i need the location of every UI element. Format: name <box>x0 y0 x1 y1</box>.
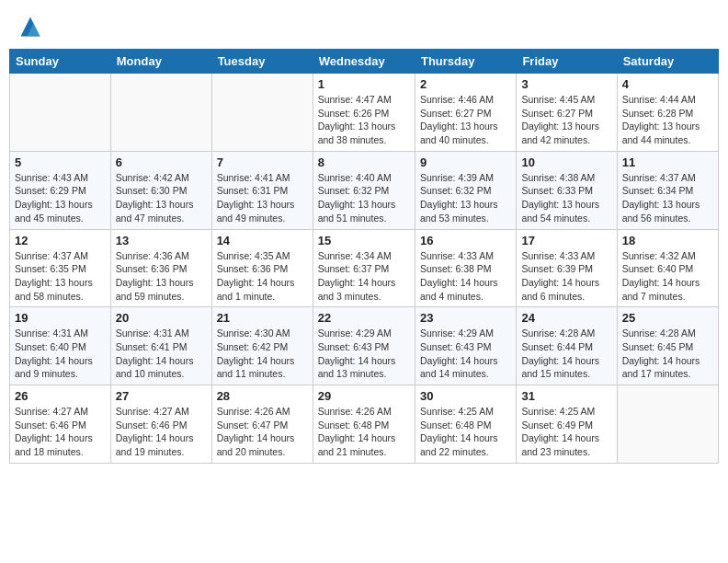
day-info: Sunrise: 4:41 AM Sunset: 6:31 PM Dayligh… <box>217 171 308 225</box>
page-header <box>9 9 719 40</box>
day-of-week-header: Tuesday <box>211 50 313 74</box>
day-info: Sunrise: 4:26 AM Sunset: 6:47 PM Dayligh… <box>217 405 308 459</box>
day-number: 5 <box>15 155 106 169</box>
day-of-week-header: Thursday <box>415 50 516 74</box>
calendar-day-cell: 6Sunrise: 4:42 AM Sunset: 6:30 PM Daylig… <box>110 151 211 229</box>
calendar-day-cell: 4Sunrise: 4:44 AM Sunset: 6:28 PM Daylig… <box>617 74 718 152</box>
day-info: Sunrise: 4:44 AM Sunset: 6:28 PM Dayligh… <box>622 93 713 147</box>
day-number: 19 <box>15 311 106 325</box>
day-info: Sunrise: 4:33 AM Sunset: 6:39 PM Dayligh… <box>521 249 611 304</box>
calendar-day-cell: 7Sunrise: 4:41 AM Sunset: 6:31 PM Daylig… <box>211 151 313 229</box>
calendar-day-cell: 28Sunrise: 4:26 AM Sunset: 6:47 PM Dayli… <box>211 385 313 464</box>
day-info: Sunrise: 4:25 AM Sunset: 6:48 PM Dayligh… <box>420 405 511 459</box>
day-info: Sunrise: 4:37 AM Sunset: 6:35 PM Dayligh… <box>15 249 106 304</box>
day-number: 14 <box>217 234 308 247</box>
day-number: 12 <box>15 234 106 247</box>
day-number: 24 <box>521 311 611 325</box>
calendar-day-cell: 27Sunrise: 4:27 AM Sunset: 6:46 PM Dayli… <box>110 385 211 464</box>
day-info: Sunrise: 4:28 AM Sunset: 6:44 PM Dayligh… <box>521 327 611 381</box>
day-number: 21 <box>217 311 308 325</box>
day-number: 26 <box>15 389 106 403</box>
calendar-day-cell: 10Sunrise: 4:38 AM Sunset: 6:33 PM Dayli… <box>517 151 617 229</box>
day-number: 27 <box>116 389 207 403</box>
calendar-day-cell: 16Sunrise: 4:33 AM Sunset: 6:38 PM Dayli… <box>415 229 516 307</box>
day-info: Sunrise: 4:34 AM Sunset: 6:37 PM Dayligh… <box>318 249 410 304</box>
day-info: Sunrise: 4:30 AM Sunset: 6:42 PM Dayligh… <box>217 327 308 381</box>
day-info: Sunrise: 4:27 AM Sunset: 6:46 PM Dayligh… <box>15 405 106 459</box>
day-number: 2 <box>420 77 511 91</box>
day-number: 11 <box>622 155 713 169</box>
calendar-week-row: 5Sunrise: 4:43 AM Sunset: 6:29 PM Daylig… <box>10 151 719 229</box>
day-info: Sunrise: 4:47 AM Sunset: 6:26 PM Dayligh… <box>318 93 410 147</box>
day-number: 9 <box>420 155 511 169</box>
day-info: Sunrise: 4:36 AM Sunset: 6:36 PM Dayligh… <box>116 249 207 304</box>
day-info: Sunrise: 4:29 AM Sunset: 6:43 PM Dayligh… <box>318 327 410 381</box>
day-info: Sunrise: 4:33 AM Sunset: 6:38 PM Dayligh… <box>420 249 511 304</box>
calendar-day-cell: 26Sunrise: 4:27 AM Sunset: 6:46 PM Dayli… <box>10 385 111 464</box>
day-number: 28 <box>217 389 308 403</box>
logo <box>14 14 43 40</box>
day-of-week-header: Friday <box>517 50 617 74</box>
day-number: 29 <box>318 389 410 403</box>
calendar-day-cell: 14Sunrise: 4:35 AM Sunset: 6:36 PM Dayli… <box>211 229 313 307</box>
day-of-week-header: Sunday <box>10 50 111 74</box>
calendar-day-cell: 17Sunrise: 4:33 AM Sunset: 6:39 PM Dayli… <box>517 229 617 307</box>
day-number: 20 <box>116 311 207 325</box>
calendar-day-cell: 15Sunrise: 4:34 AM Sunset: 6:37 PM Dayli… <box>313 229 415 307</box>
day-number: 4 <box>622 77 713 91</box>
day-info: Sunrise: 4:35 AM Sunset: 6:36 PM Dayligh… <box>217 249 308 304</box>
day-info: Sunrise: 4:27 AM Sunset: 6:46 PM Dayligh… <box>116 405 207 459</box>
day-number: 30 <box>420 389 511 403</box>
day-info: Sunrise: 4:40 AM Sunset: 6:32 PM Dayligh… <box>318 171 410 225</box>
calendar-week-row: 12Sunrise: 4:37 AM Sunset: 6:35 PM Dayli… <box>10 229 719 307</box>
day-info: Sunrise: 4:25 AM Sunset: 6:49 PM Dayligh… <box>521 405 611 459</box>
day-number: 16 <box>420 234 511 247</box>
calendar-day-cell: 22Sunrise: 4:29 AM Sunset: 6:43 PM Dayli… <box>313 307 415 385</box>
calendar-day-cell: 8Sunrise: 4:40 AM Sunset: 6:32 PM Daylig… <box>313 151 415 229</box>
day-number: 3 <box>521 77 611 91</box>
calendar-day-cell: 9Sunrise: 4:39 AM Sunset: 6:32 PM Daylig… <box>415 151 516 229</box>
day-info: Sunrise: 4:31 AM Sunset: 6:41 PM Dayligh… <box>116 327 207 381</box>
day-number: 17 <box>521 234 611 247</box>
calendar-day-cell: 2Sunrise: 4:46 AM Sunset: 6:27 PM Daylig… <box>415 74 516 152</box>
logo-icon <box>17 14 43 40</box>
calendar-day-cell: 1Sunrise: 4:47 AM Sunset: 6:26 PM Daylig… <box>313 74 415 152</box>
day-info: Sunrise: 4:32 AM Sunset: 6:40 PM Dayligh… <box>622 249 713 304</box>
day-number: 10 <box>521 155 611 169</box>
day-number: 22 <box>318 311 410 325</box>
calendar-day-cell: 3Sunrise: 4:45 AM Sunset: 6:27 PM Daylig… <box>517 74 617 152</box>
calendar-week-row: 1Sunrise: 4:47 AM Sunset: 6:26 PM Daylig… <box>10 74 719 152</box>
day-number: 15 <box>318 234 410 247</box>
day-number: 13 <box>116 234 207 247</box>
calendar-day-cell: 12Sunrise: 4:37 AM Sunset: 6:35 PM Dayli… <box>10 229 111 307</box>
calendar-day-cell: 25Sunrise: 4:28 AM Sunset: 6:45 PM Dayli… <box>617 307 718 385</box>
calendar-day-cell: 19Sunrise: 4:31 AM Sunset: 6:40 PM Dayli… <box>10 307 111 385</box>
calendar-week-row: 26Sunrise: 4:27 AM Sunset: 6:46 PM Dayli… <box>10 385 719 464</box>
day-info: Sunrise: 4:26 AM Sunset: 6:48 PM Dayligh… <box>318 405 410 459</box>
day-info: Sunrise: 4:31 AM Sunset: 6:40 PM Dayligh… <box>15 327 106 381</box>
day-of-week-header: Saturday <box>617 50 718 74</box>
day-info: Sunrise: 4:28 AM Sunset: 6:45 PM Dayligh… <box>622 327 713 381</box>
day-number: 18 <box>622 234 713 247</box>
day-number: 1 <box>318 77 410 91</box>
day-info: Sunrise: 4:37 AM Sunset: 6:34 PM Dayligh… <box>622 171 713 225</box>
calendar-day-cell <box>110 74 211 152</box>
day-info: Sunrise: 4:42 AM Sunset: 6:30 PM Dayligh… <box>116 171 207 225</box>
calendar-day-cell: 30Sunrise: 4:25 AM Sunset: 6:48 PM Dayli… <box>415 385 516 464</box>
day-number: 6 <box>116 155 207 169</box>
calendar-header-row: SundayMondayTuesdayWednesdayThursdayFrid… <box>10 50 719 74</box>
calendar-day-cell: 20Sunrise: 4:31 AM Sunset: 6:41 PM Dayli… <box>110 307 211 385</box>
calendar-day-cell <box>617 385 718 464</box>
day-number: 31 <box>521 389 611 403</box>
calendar-day-cell: 13Sunrise: 4:36 AM Sunset: 6:36 PM Dayli… <box>110 229 211 307</box>
day-number: 23 <box>420 311 511 325</box>
day-of-week-header: Monday <box>110 50 211 74</box>
day-number: 8 <box>318 155 410 169</box>
calendar-table: SundayMondayTuesdayWednesdayThursdayFrid… <box>9 49 719 464</box>
calendar-day-cell: 18Sunrise: 4:32 AM Sunset: 6:40 PM Dayli… <box>617 229 718 307</box>
calendar-week-row: 19Sunrise: 4:31 AM Sunset: 6:40 PM Dayli… <box>10 307 719 385</box>
day-info: Sunrise: 4:29 AM Sunset: 6:43 PM Dayligh… <box>420 327 511 381</box>
day-info: Sunrise: 4:39 AM Sunset: 6:32 PM Dayligh… <box>420 171 511 225</box>
day-info: Sunrise: 4:43 AM Sunset: 6:29 PM Dayligh… <box>15 171 106 225</box>
day-info: Sunrise: 4:38 AM Sunset: 6:33 PM Dayligh… <box>521 171 611 225</box>
